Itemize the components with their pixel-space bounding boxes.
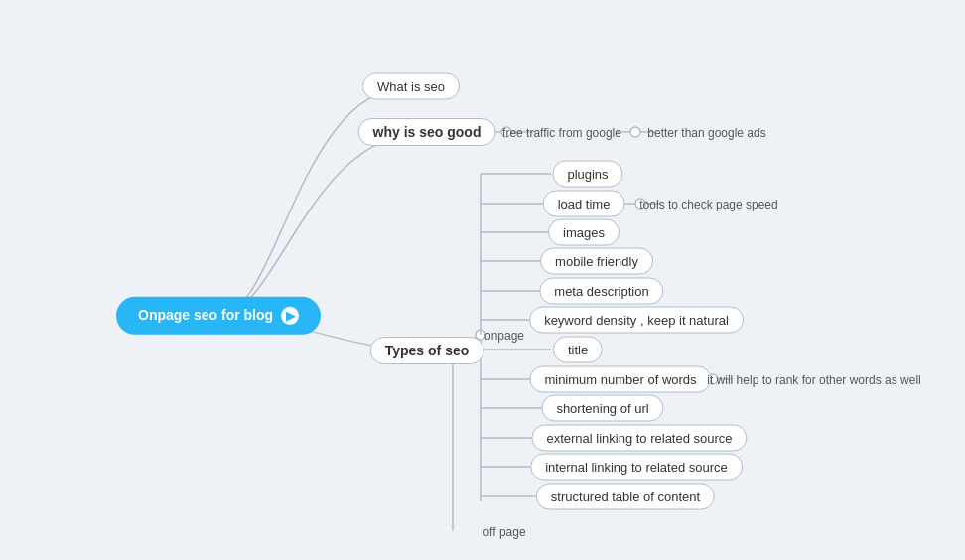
internal-link-node[interactable]: internal linking to related source bbox=[530, 454, 743, 481]
meta-desc-node[interactable]: meta description bbox=[539, 278, 663, 305]
types-of-seo-label: Types of seo bbox=[370, 337, 484, 364]
title-label: title bbox=[553, 337, 603, 363]
what-is-seo-label: What is seo bbox=[362, 73, 460, 100]
why-is-seo-label: why is seo good bbox=[358, 118, 496, 146]
why-is-seo-node[interactable]: why is seo good bbox=[358, 118, 496, 146]
off-page-node[interactable]: off page bbox=[475, 522, 533, 540]
plugins-node[interactable]: plugins bbox=[552, 161, 622, 188]
external-link-label: external linking to related source bbox=[531, 425, 747, 452]
types-of-seo-node[interactable]: Types of seo bbox=[370, 337, 484, 364]
structured-node[interactable]: structured table of content bbox=[536, 484, 715, 510]
images-node[interactable]: images bbox=[548, 219, 620, 246]
keyword-density-node[interactable]: keyword density , keep it natural bbox=[529, 307, 744, 334]
off-page-label: off page bbox=[475, 522, 533, 542]
rank-other-label: it will help to rank for other words as … bbox=[699, 370, 928, 390]
external-link-node[interactable]: external linking to related source bbox=[531, 425, 747, 452]
free-traffic-node[interactable]: free traffic from google bbox=[494, 123, 629, 141]
main-node[interactable]: Onpage seo for blog ▶ bbox=[116, 297, 321, 335]
plugins-label: plugins bbox=[552, 161, 622, 188]
structured-label: structured table of content bbox=[536, 484, 715, 510]
mind-map: Onpage seo for blog ▶ What is seo why is… bbox=[0, 0, 965, 560]
arrow-icon: ▶ bbox=[281, 307, 299, 325]
connector-lines bbox=[0, 0, 965, 560]
rank-other-node[interactable]: it will help to rank for other words as … bbox=[699, 370, 928, 388]
mobile-friendly-node[interactable]: mobile friendly bbox=[540, 248, 653, 275]
title-node[interactable]: title bbox=[553, 337, 603, 363]
tools-check-node[interactable]: tools to check page speed bbox=[631, 195, 785, 212]
main-node-label: Onpage seo for blog ▶ bbox=[116, 297, 321, 335]
meta-desc-label: meta description bbox=[539, 278, 663, 305]
shortening-node[interactable]: shortening of url bbox=[541, 395, 663, 422]
keyword-density-label: keyword density , keep it natural bbox=[529, 307, 744, 334]
min-words-label: minimum number of words bbox=[529, 366, 711, 393]
onpage-node[interactable]: onpage bbox=[477, 326, 532, 344]
mobile-friendly-label: mobile friendly bbox=[540, 248, 653, 275]
internal-link-label: internal linking to related source bbox=[530, 454, 743, 481]
what-is-seo-node[interactable]: What is seo bbox=[362, 73, 460, 100]
better-than-label: better than google ads bbox=[639, 123, 773, 143]
free-traffic-label: free traffic from google bbox=[494, 123, 629, 143]
onpage-label: onpage bbox=[477, 326, 532, 346]
load-time-label: load time bbox=[543, 191, 625, 217]
load-time-node[interactable]: load time bbox=[543, 191, 625, 217]
min-words-node[interactable]: minimum number of words bbox=[529, 366, 711, 393]
tools-check-label: tools to check page speed bbox=[631, 195, 785, 214]
shortening-label: shortening of url bbox=[541, 395, 663, 422]
images-label: images bbox=[548, 219, 620, 246]
better-than-node[interactable]: better than google ads bbox=[639, 123, 773, 141]
